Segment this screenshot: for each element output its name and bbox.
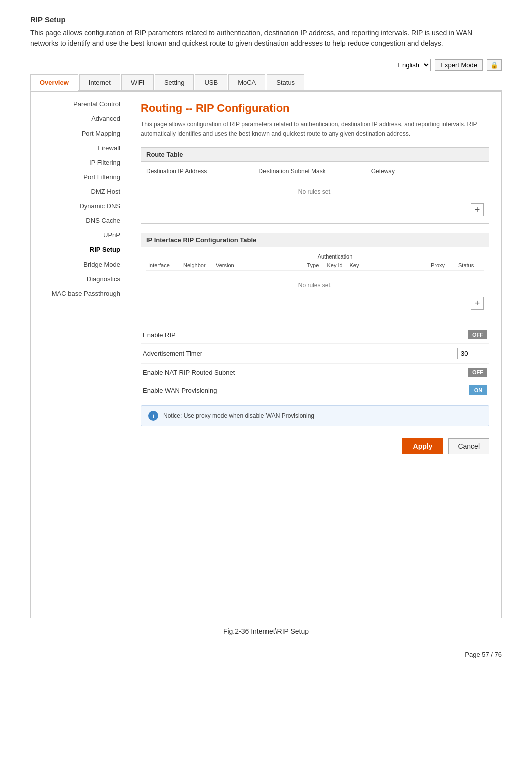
route-table-add-row: + bbox=[146, 200, 484, 219]
sidebar-item-dynamic-dns[interactable]: Dynamic DNS bbox=[31, 199, 128, 213]
route-table-section: Route Table Destination IP Address Desti… bbox=[141, 147, 489, 224]
apply-button[interactable]: Apply bbox=[402, 438, 444, 454]
tab-usb[interactable]: USB bbox=[195, 74, 227, 90]
sidebar-item-dns-cache[interactable]: DNS Cache bbox=[31, 213, 128, 228]
rip-col-type: Type bbox=[305, 262, 325, 268]
rip-table-section: IP Interface RIP Configuration Table Int… bbox=[141, 233, 489, 317]
sidebar-item-advanced[interactable]: Advanced bbox=[31, 111, 128, 126]
tab-moca[interactable]: MoCA bbox=[228, 74, 265, 90]
rip-col-neighbor: Neighbor bbox=[181, 262, 214, 268]
lock-icon: 🔒 bbox=[490, 61, 498, 69]
tab-overview[interactable]: Overview bbox=[30, 74, 78, 91]
notice-text: Notice: Use proxy mode when disable WAN … bbox=[163, 412, 314, 419]
rip-col-version: Version bbox=[214, 262, 241, 268]
lock-icon-button[interactable]: 🔒 bbox=[487, 59, 502, 71]
rip-col-key-id: Key Id bbox=[325, 262, 348, 268]
sidebar-item-parental-control[interactable]: Parental Control bbox=[31, 97, 128, 111]
tab-internet[interactable]: Internet bbox=[79, 74, 120, 90]
sidebar-item-ip-filtering[interactable]: IP Filtering bbox=[31, 155, 128, 170]
sidebar-item-mac-passthrough[interactable]: MAC base Passthrough bbox=[31, 286, 128, 301]
page-description: This page allows configuration of RIP pa… bbox=[30, 28, 502, 49]
enable-nat-rip-toggle[interactable]: OFF bbox=[468, 368, 487, 377]
col-dest-ip: Destination IP Address bbox=[146, 168, 258, 175]
enable-wan-provisioning-label: Enable WAN Provisioning bbox=[143, 386, 469, 394]
col-dest-mask: Destination Subnet Mask bbox=[258, 168, 371, 175]
rip-table-header: IP Interface RIP Configuration Table bbox=[141, 233, 489, 247]
enable-nat-rip-label: Enable NAT RIP Routed Subnet bbox=[143, 369, 468, 376]
content-panel: Routing -- RIP Configuration This page a… bbox=[128, 92, 501, 618]
auth-sub-cols: Type Key Id Key bbox=[305, 262, 365, 268]
rip-table-columns: Interface Neighbor Version Authenticatio… bbox=[146, 251, 484, 271]
expert-mode-button[interactable]: Expert Mode bbox=[435, 59, 483, 71]
enable-wan-provisioning-toggle[interactable]: ON bbox=[469, 385, 487, 395]
top-bar: English Expert Mode 🔒 bbox=[30, 59, 502, 71]
rip-table-body: Interface Neighbor Version Authenticatio… bbox=[141, 247, 489, 317]
route-table-body: Destination IP Address Destination Subne… bbox=[141, 162, 489, 223]
main-area: Parental Control Advanced Port Mapping F… bbox=[30, 91, 502, 618]
content-title: Routing -- RIP Configuration bbox=[141, 102, 489, 115]
settings-section: Enable RIP OFF Advertisement Timer Enabl… bbox=[141, 326, 489, 399]
advertisement-timer-input[interactable] bbox=[457, 348, 487, 359]
enable-rip-row: Enable RIP OFF bbox=[141, 326, 489, 344]
enable-nat-rip-row: Enable NAT RIP Routed Subnet OFF bbox=[141, 364, 489, 381]
route-table-header: Route Table bbox=[141, 148, 489, 162]
enable-rip-label: Enable RIP bbox=[143, 331, 468, 339]
sidebar-item-firewall[interactable]: Firewall bbox=[31, 141, 128, 155]
advertisement-timer-label: Advertisement Timer bbox=[143, 350, 457, 357]
tab-setting[interactable]: Setting bbox=[155, 74, 194, 90]
rip-table-add-button[interactable]: + bbox=[471, 297, 484, 310]
rip-col-proxy: Proxy bbox=[429, 262, 456, 268]
sidebar-item-upnp[interactable]: UPnP bbox=[31, 228, 128, 242]
enable-rip-toggle[interactable]: OFF bbox=[468, 330, 487, 339]
rip-col-status: Status bbox=[456, 262, 484, 268]
sidebar-item-port-filtering[interactable]: Port Filtering bbox=[31, 170, 128, 184]
notice-box: i Notice: Use proxy mode when disable WA… bbox=[141, 405, 489, 426]
tab-wifi[interactable]: WiFi bbox=[121, 74, 154, 90]
route-table-add-button[interactable]: + bbox=[471, 203, 484, 216]
nav-tabs: Overview Internet WiFi Setting USB MoCA … bbox=[30, 74, 502, 91]
rip-table-add-row: + bbox=[146, 294, 484, 313]
sidebar: Parental Control Advanced Port Mapping F… bbox=[31, 92, 128, 618]
rip-table-no-rules: No rules set. bbox=[146, 273, 484, 294]
sidebar-item-diagnostics[interactable]: Diagnostics bbox=[31, 272, 128, 286]
tab-status[interactable]: Status bbox=[267, 74, 304, 90]
cancel-button[interactable]: Cancel bbox=[448, 438, 489, 454]
auth-group-label: Authentication bbox=[241, 253, 429, 261]
info-icon: i bbox=[148, 411, 158, 421]
figure-caption: Fig.2-36 Internet\RIP Setup bbox=[30, 627, 502, 635]
sidebar-item-port-mapping[interactable]: Port Mapping bbox=[31, 126, 128, 141]
page-number: Page 57 / 76 bbox=[30, 651, 502, 658]
action-row: Apply Cancel bbox=[141, 438, 489, 459]
route-table-no-rules: No rules set. bbox=[146, 179, 484, 200]
sidebar-item-rip-setup[interactable]: RIP Setup bbox=[31, 242, 128, 257]
col-gateway: Geteway bbox=[371, 168, 484, 175]
rip-col-key: Key bbox=[348, 262, 365, 268]
content-description: This page allows configuration of RIP pa… bbox=[141, 120, 489, 138]
advertisement-timer-row: Advertisement Timer bbox=[141, 344, 489, 364]
page-title: RIP Setup bbox=[30, 15, 502, 24]
language-select[interactable]: English bbox=[392, 59, 431, 71]
rip-col-interface: Interface bbox=[146, 262, 181, 268]
sidebar-item-dmz-host[interactable]: DMZ Host bbox=[31, 184, 128, 199]
enable-wan-provisioning-row: Enable WAN Provisioning ON bbox=[141, 381, 489, 399]
route-table-columns: Destination IP Address Destination Subne… bbox=[146, 166, 484, 177]
sidebar-item-bridge-mode[interactable]: Bridge Mode bbox=[31, 257, 128, 272]
